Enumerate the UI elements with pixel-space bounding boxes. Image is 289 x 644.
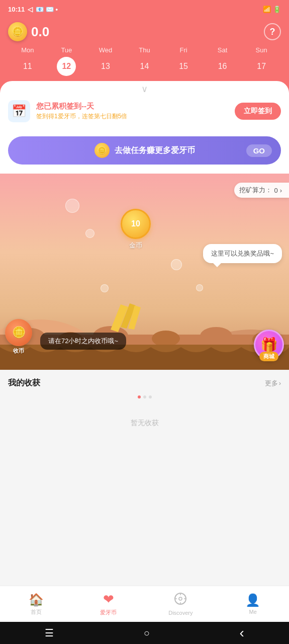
shop-button[interactable]: 🎁 商城	[254, 330, 284, 360]
menu-button[interactable]: ☰	[45, 627, 54, 639]
day-mon: Mon	[10, 46, 45, 54]
rewards-header: 我的收获 更多 ›	[8, 378, 281, 388]
checkin-left: 📅 您已累积签到--天 签到得1爱牙币，连签第七日翻5倍	[8, 100, 127, 122]
task-coin-icon: 🪙	[94, 143, 110, 158]
rewards-title: 我的收获	[8, 378, 40, 388]
gold-coin-icon: 10	[121, 209, 151, 239]
game-area: 挖矿算力： 0 › 10 金币 这里可以兑换奖品哦~	[0, 174, 289, 370]
status-time: 10:11	[8, 6, 25, 13]
nav-coin-label: 爱牙币	[100, 609, 117, 616]
mining-label: 挖矿算力：	[239, 186, 272, 195]
go-badge: GO	[246, 144, 272, 157]
rewards-more-button[interactable]: 更多 ›	[265, 379, 281, 388]
balance-text: 0.0	[31, 24, 49, 40]
checkin-text: 您已累积签到--天 签到得1爱牙币，连签第七日翻5倍	[36, 102, 127, 121]
bubble-3	[171, 259, 182, 270]
discovery-icon	[174, 592, 187, 608]
nav-discovery-label: Discovery	[168, 610, 192, 616]
coin-balance: 🪙 0.0	[8, 22, 49, 41]
header: 🪙 0.0 ?	[0, 18, 289, 41]
coin-nav-icon: ❤	[103, 592, 114, 607]
svg-point-6	[152, 331, 180, 347]
system-bar: ☰ ○ ‹	[0, 622, 289, 644]
day-tue: Tue	[49, 46, 84, 54]
date-15[interactable]: 15	[174, 57, 193, 76]
home-button[interactable]: ○	[144, 627, 150, 639]
status-icons: 📧 ✉️ •	[36, 6, 58, 13]
date-13[interactable]: 13	[96, 57, 115, 76]
rewards-section: 我的收获 更多 › 暂无收获	[0, 370, 289, 448]
coin-label: 金币	[129, 241, 142, 250]
nav-discovery[interactable]: Discovery	[145, 592, 217, 616]
svg-point-14	[179, 597, 182, 600]
bubble-2	[85, 229, 94, 238]
shop-label: 商城	[259, 352, 278, 361]
rewards-more-label: 更多	[265, 379, 278, 388]
profile-icon: 👤	[245, 593, 260, 607]
calendar: Mon Tue Wed Thu Fri Sat Sun 11 12 13 14 …	[0, 41, 289, 81]
task-button[interactable]: 🪙 去做任务赚更多爱牙币 GO	[8, 136, 281, 165]
checkin-section: 📅 您已累积签到--天 签到得1爱牙币，连签第七日翻5倍 立即签到	[0, 93, 289, 130]
chevron-down-icon[interactable]: ∨	[138, 85, 152, 93]
dot-inactive-1	[143, 395, 146, 398]
exchange-tooltip: 这里可以兑换奖品哦~	[203, 244, 282, 263]
collect-label: 收币	[13, 347, 24, 355]
date-11[interactable]: 11	[18, 57, 37, 76]
header-coin-icon: 🪙	[8, 22, 27, 41]
day-wed: Wed	[88, 46, 123, 54]
nav-coin[interactable]: ❤ 爱牙币	[72, 592, 145, 616]
nav-home-label: 首页	[31, 608, 42, 616]
bottom-nav: 🏠 首页 ❤ 爱牙币 Discovery 👤 Me	[0, 586, 289, 622]
checkin-subtitle: 签到得1爱牙币，连签第七日翻5倍	[36, 112, 127, 121]
exchange-text: 这里可以兑换奖品哦~	[211, 250, 274, 257]
mining-arrow-icon: ›	[280, 187, 282, 194]
checkin-button[interactable]: 立即签到	[235, 103, 281, 120]
day-sat: Sat	[205, 46, 240, 54]
message-72: 请在72小时之内收币哦~	[40, 333, 126, 350]
status-left: 10:11 ◁ 📧 ✉️ •	[8, 6, 58, 13]
mining-value: 0	[274, 187, 277, 194]
date-14[interactable]: 14	[135, 57, 154, 76]
date-16[interactable]: 16	[213, 57, 232, 76]
nav-me-label: Me	[249, 609, 256, 615]
nav-home[interactable]: 🏠 首页	[0, 593, 72, 616]
checkin-row: 📅 您已累积签到--天 签到得1爱牙币，连签第七日翻5倍 立即签到	[8, 100, 281, 122]
day-thu: Thu	[127, 46, 162, 54]
status-right: 📶 🔋	[263, 6, 281, 13]
day-fri: Fri	[166, 46, 201, 54]
gold-coin-float[interactable]: 10 金币	[121, 209, 151, 250]
chevron-right-icon: ›	[279, 379, 281, 387]
calendar-header: Mon Tue Wed Thu Fri Sat Sun	[8, 46, 281, 54]
checkin-days: --天	[81, 102, 94, 110]
mining-badge[interactable]: 挖矿算力： 0 ›	[234, 183, 289, 198]
collect-icon: 🪙	[5, 319, 32, 346]
dot-indicator	[8, 395, 281, 398]
date-12[interactable]: 12	[57, 57, 76, 76]
help-button[interactable]: ?	[264, 23, 281, 40]
checkin-calendar-icon: 📅	[8, 100, 30, 122]
mountain-svg	[0, 269, 289, 370]
checkin-title: 您已累积签到--天	[36, 102, 127, 111]
svg-point-7	[200, 327, 232, 345]
dot-inactive-2	[149, 395, 152, 398]
collect-button[interactable]: 🪙 收币	[5, 319, 32, 355]
bubble-1	[65, 199, 79, 213]
shop-icon: 🎁 商城	[254, 330, 284, 360]
dropdown-arrow[interactable]: ∨	[0, 81, 289, 93]
dropdown-container: ∨	[0, 81, 289, 93]
coin-value: 10	[131, 219, 140, 228]
nav-me[interactable]: 👤 Me	[217, 593, 289, 615]
calendar-dates: 11 12 13 14 15 16 17	[8, 57, 281, 81]
message-72-text: 请在72小时之内收币哦~	[48, 337, 118, 345]
status-bar: 10:11 ◁ 📧 ✉️ • 📶 🔋	[0, 0, 289, 18]
no-rewards-text: 暂无收获	[8, 404, 281, 443]
back-button[interactable]: ‹	[239, 625, 244, 641]
signal-icon: 📶 🔋	[263, 6, 281, 13]
date-17[interactable]: 17	[252, 57, 271, 76]
task-label: 去做任务赚更多爱牙币	[115, 145, 195, 156]
location-icon: ◁	[28, 6, 33, 13]
task-btn-container: 🪙 去做任务赚更多爱牙币 GO	[0, 130, 289, 174]
day-sun: Sun	[244, 46, 279, 54]
dot-active	[138, 395, 141, 398]
home-icon: 🏠	[29, 593, 44, 607]
